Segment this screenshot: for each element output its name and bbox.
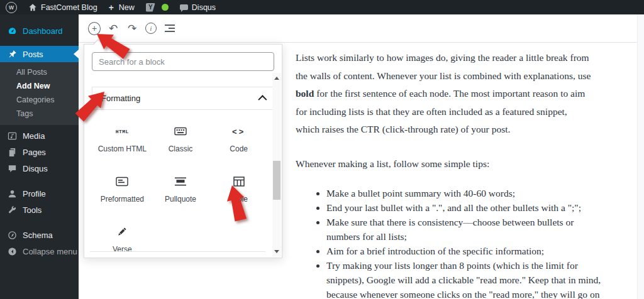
- block-classic[interactable]: Classic: [152, 119, 210, 169]
- sidebar-item-all-posts[interactable]: All Posts: [0, 65, 79, 79]
- table-icon: [232, 174, 246, 189]
- collapse-arrow-icon: [8, 247, 17, 256]
- list-item: Try making your lists longer than 8 poin…: [326, 258, 623, 299]
- block-custom-html[interactable]: HTML Custom HTML: [93, 119, 152, 169]
- block-grid: HTML Custom HTML Classic <> Code: [93, 119, 268, 269]
- sidebar-label: Dashboard: [23, 26, 63, 36]
- paragraph-block[interactable]: Whenever making a list, follow some simp…: [296, 155, 623, 173]
- popup-bottom-divider: [90, 251, 265, 252]
- compass-icon: [8, 231, 17, 240]
- popup-scrollbar[interactable]: [272, 73, 281, 257]
- block-pullquote[interactable]: Pullquote: [152, 169, 210, 219]
- redo-button[interactable]: ↷: [123, 19, 142, 38]
- list-item: Make a bullet point summary with 40-60 w…: [326, 186, 623, 200]
- editor-header-toolbar: + ↶ ↷ i: [79, 14, 644, 43]
- new-content-menu[interactable]: + New: [103, 0, 140, 14]
- dashboard-gauge-icon: [8, 26, 17, 36]
- code-brackets-icon: <>: [232, 124, 245, 139]
- block-inserter-popup: Formatting HTML Custom HTML Classic <> C…: [84, 44, 282, 258]
- wrench-icon: [8, 205, 17, 215]
- block-table[interactable]: Table: [209, 169, 268, 219]
- formatting-section-toggle[interactable]: Formatting: [92, 87, 274, 110]
- sidebar-label: Schema: [23, 231, 53, 240]
- user-icon: [8, 189, 17, 198]
- scroll-up-icon[interactable]: [274, 77, 279, 80]
- bold-text: bold: [296, 88, 314, 99]
- sidebar-label: Tools: [23, 205, 42, 215]
- redo-icon: ↷: [128, 23, 136, 34]
- undo-button[interactable]: ↶: [104, 19, 123, 38]
- comment-icon: [180, 4, 188, 10]
- site-name: FastComet Blog: [41, 3, 97, 12]
- scrollbar-thumb[interactable]: [273, 161, 280, 200]
- disqus-menu[interactable]: Disqus: [174, 0, 221, 14]
- admin-bar: W FastComet Blog + New Y Disqus: [0, 0, 644, 14]
- info-icon: i: [145, 23, 157, 34]
- sidebar-item-pages[interactable]: Pages: [0, 144, 79, 160]
- home-icon: [28, 3, 37, 12]
- collapse-menu-button[interactable]: Collapse menu: [0, 243, 79, 259]
- sidebar-item-posts[interactable]: Posts: [0, 46, 79, 62]
- sidebar-label: Disqus: [23, 164, 48, 173]
- wordpress-menu[interactable]: W: [0, 0, 23, 14]
- disqus-label: Disqus: [192, 3, 216, 12]
- chevron-up-icon: [258, 95, 267, 104]
- yoast-seo-menu[interactable]: Y: [140, 0, 174, 14]
- scroll-down-icon[interactable]: [274, 250, 279, 253]
- block-verse[interactable]: Verse: [93, 219, 152, 269]
- sidebar-item-tags[interactable]: Tags: [0, 107, 79, 121]
- sidebar-item-tools[interactable]: Tools: [0, 202, 79, 218]
- pencil-icon: [115, 224, 129, 239]
- sidebar-item-add-new[interactable]: Add New: [0, 79, 79, 93]
- sidebar-item-schema[interactable]: Schema: [0, 227, 79, 243]
- list-block[interactable]: Make a bullet point summary with 40-60 w…: [296, 186, 623, 299]
- plus-icon: +: [109, 3, 114, 13]
- list-item: Aim for a brief introduction of the spec…: [326, 244, 623, 258]
- seo-status-dot: [162, 4, 169, 11]
- sidebar-label: Pages: [23, 148, 46, 157]
- block-search-input[interactable]: [92, 52, 274, 71]
- new-label: New: [119, 3, 135, 12]
- block-code[interactable]: <> Code: [209, 119, 268, 169]
- sidebar-label: Profile: [23, 189, 46, 198]
- preformatted-icon: [115, 174, 129, 189]
- pages-icon: [8, 148, 17, 157]
- content-structure-button[interactable]: i: [142, 19, 160, 38]
- sidebar-label: Media: [23, 131, 45, 141]
- block-inserter-button[interactable]: +: [85, 19, 104, 38]
- sidebar-item-categories[interactable]: Categories: [0, 93, 79, 107]
- sidebar-label: Posts: [23, 50, 43, 59]
- block-navigation-icon: [165, 24, 175, 32]
- sidebar-label: Collapse menu: [23, 247, 77, 256]
- sidebar-item-dashboard[interactable]: Dashboard: [0, 23, 79, 39]
- comment-icon: [8, 164, 17, 173]
- formatting-section-label: Formatting: [101, 94, 140, 103]
- pullquote-icon: [174, 174, 187, 189]
- yoast-icon: Y: [146, 3, 155, 12]
- sidebar-item-profile[interactable]: Profile: [0, 185, 79, 202]
- paragraph-block[interactable]: Lists work similarly to how images do, g…: [296, 49, 623, 139]
- html-icon: HTML: [116, 124, 129, 139]
- undo-icon: ↶: [109, 23, 118, 34]
- posts-submenu: All Posts Add New Categories Tags: [0, 62, 79, 125]
- sidebar-item-media[interactable]: Media: [0, 128, 79, 144]
- site-home-link[interactable]: FastComet Blog: [23, 0, 103, 14]
- media-icon: [8, 131, 17, 141]
- block-preformatted[interactable]: Preformatted: [93, 169, 152, 219]
- wordpress-logo-icon: W: [6, 2, 17, 13]
- list-item: Make sure that there is consistency—choo…: [326, 215, 623, 244]
- post-content-canvas: Lists work similarly to how images do, g…: [296, 41, 623, 299]
- sidebar-item-disqus[interactable]: Disqus: [0, 160, 79, 177]
- list-item: End your last bullet with a ".", and all…: [326, 200, 623, 215]
- keyboard-icon: [174, 124, 187, 139]
- block-navigation-button[interactable]: [160, 19, 179, 38]
- page-scrollbar[interactable]: [637, 14, 644, 299]
- pushpin-icon: [8, 50, 17, 59]
- admin-sidebar: Dashboard Posts All Posts Add New Catego…: [0, 14, 79, 299]
- plus-circle-icon: +: [88, 22, 101, 35]
